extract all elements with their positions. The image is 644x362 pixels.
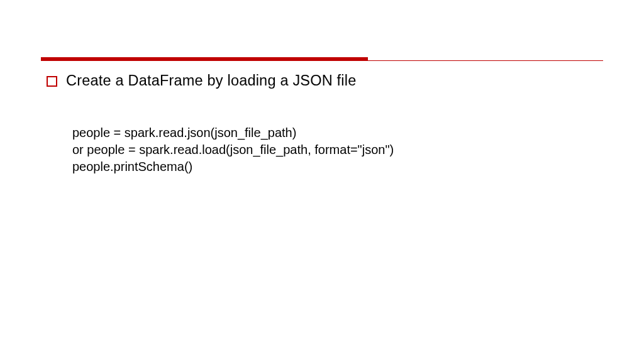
code-line-2: or people = spark.read.load(json_file_pa… xyxy=(72,141,394,158)
divider-thick xyxy=(41,57,368,61)
code-line-3: people.printSchema() xyxy=(72,158,394,175)
heading-text: Create a DataFrame by loading a JSON fil… xyxy=(66,72,356,89)
code-line-1: people = spark.read.json(json_file_path) xyxy=(72,124,394,141)
code-block: people = spark.read.json(json_file_path)… xyxy=(72,124,394,175)
square-bullet-icon xyxy=(47,76,57,87)
divider-rule xyxy=(41,57,603,62)
heading-row: Create a DataFrame by loading a JSON fil… xyxy=(47,72,356,89)
